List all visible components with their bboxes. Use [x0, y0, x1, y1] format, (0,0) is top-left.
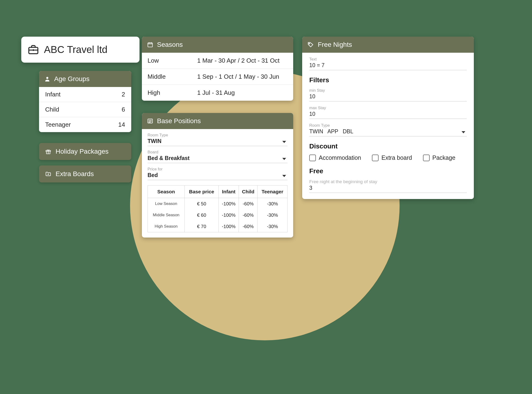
max-stay-field[interactable]: max Stay 10: [309, 106, 467, 119]
field-value: TWIN APP DBL: [309, 128, 467, 135]
season-name: Low: [147, 57, 197, 64]
field-label: Text: [309, 57, 467, 62]
age-label: Infant: [45, 91, 61, 98]
age-groups-title: Age Groups: [54, 75, 89, 83]
chevron-down-icon: [462, 131, 465, 133]
field-label: Room Type: [147, 133, 287, 138]
fn-room-type-select[interactable]: Room Type TWIN APP DBL: [309, 123, 467, 136]
cell-teen: -30%: [257, 209, 287, 221]
field-label: Price for: [147, 167, 287, 171]
chevron-down-icon: [282, 175, 286, 177]
holiday-packages-button[interactable]: Holiday Packages: [39, 143, 131, 160]
season-row-low: Low 1 Mar - 30 Apr / 2 Oct - 31 Oct: [142, 53, 293, 69]
gift-icon: [45, 148, 51, 155]
th-child: Child: [239, 186, 257, 198]
age-row-teenager: Teenager 14: [39, 117, 131, 132]
checkbox-package[interactable]: Package: [423, 154, 455, 161]
tag-icon: [307, 41, 314, 48]
table-row: Middle Season € 60 -100% -60% -30%: [148, 209, 287, 221]
th-base: Base price: [185, 186, 219, 198]
cell-child: -60%: [239, 198, 257, 210]
svg-rect-4: [148, 43, 152, 47]
briefcase-icon: [28, 44, 39, 55]
age-groups-panel: Age Groups Infant 2 Child 6 Teenager 14: [39, 71, 131, 132]
field-value: 10 = 7: [309, 62, 467, 68]
discount-checkboxes: Accommodation Extra board Package: [309, 154, 467, 161]
price-for-select[interactable]: Price for Bed: [147, 167, 287, 180]
cell-infant: -100%: [219, 198, 239, 210]
field-value: Bed & Breakfast: [147, 155, 287, 161]
cell-base: € 60: [185, 209, 219, 221]
field-value: 10: [309, 110, 467, 117]
field-value: 10: [309, 93, 467, 100]
calendar-icon: [147, 41, 153, 48]
table-row: Low Season € 50 -100% -60% -30%: [148, 198, 287, 210]
cell-child: -60%: [239, 209, 257, 221]
free-nights-title: Free Nights: [318, 41, 352, 48]
person-icon: [44, 76, 50, 82]
age-row-child: Child 6: [39, 102, 131, 117]
seasons-header: Seasons: [142, 37, 293, 53]
base-positions-title: Base Positions: [157, 117, 201, 125]
cell-teen: -30%: [257, 198, 287, 210]
cell-season: Low Season: [148, 198, 185, 210]
checkbox-extra-board[interactable]: Extra board: [372, 154, 412, 161]
checkbox-accommodation[interactable]: Accommodation: [309, 154, 361, 161]
field-label: max Stay: [309, 106, 467, 110]
button-label: Extra Boards: [56, 170, 94, 178]
age-label: Child: [45, 106, 59, 113]
season-name: High: [147, 89, 197, 96]
discount-title: Discount: [309, 143, 467, 150]
base-positions-panel: Base Positions Room Type TWIN Board Bed …: [142, 113, 293, 238]
board-select[interactable]: Board Bed & Breakfast: [147, 150, 287, 163]
free-night-field[interactable]: Free night at the beginning of stay 3: [309, 179, 467, 193]
field-value: 3: [309, 184, 467, 191]
company-card: ABC Travel ltd: [21, 37, 140, 63]
field-label: Board: [147, 150, 287, 155]
season-range: 1 Sep - 1 Oct / 1 May - 30 Jun: [197, 73, 279, 80]
cell-teen: -30%: [257, 221, 287, 232]
checkbox-box: [309, 155, 316, 161]
company-name: ABC Travel ltd: [44, 44, 107, 55]
field-label: Room Type: [309, 123, 467, 128]
season-range: 1 Jul - 31 Aug: [197, 89, 235, 96]
cell-base: € 50: [185, 198, 219, 210]
th-season: Season: [148, 186, 185, 198]
seasons-panel: Seasons Low 1 Mar - 30 Apr / 2 Oct - 31 …: [142, 37, 293, 101]
checkbox-label: Package: [433, 154, 455, 161]
chevron-down-icon: [282, 141, 286, 143]
extra-boards-button[interactable]: Extra Boards: [39, 166, 131, 182]
base-positions-header: Base Positions: [142, 113, 293, 129]
min-stay-field[interactable]: min Stay 10: [309, 88, 467, 101]
cell-season: Middle Season: [148, 209, 185, 221]
th-teen: Teenager: [257, 186, 287, 198]
checkbox-label: Accommodation: [319, 154, 361, 161]
th-infant: Infant: [219, 186, 239, 198]
age-row-infant: Infant 2: [39, 87, 131, 102]
cell-season: High Season: [148, 221, 185, 232]
seasons-title: Seasons: [157, 41, 183, 48]
field-label: min Stay: [309, 88, 467, 93]
checkbox-box: [423, 155, 430, 161]
chevron-down-icon: [282, 158, 286, 160]
age-value: 14: [118, 121, 125, 128]
checkbox-box: [372, 155, 379, 161]
folder-plus-icon: [45, 171, 51, 177]
filters-title: Filters: [309, 76, 467, 84]
cell-infant: -100%: [219, 209, 239, 221]
text-field[interactable]: Text 10 = 7: [309, 57, 467, 70]
season-range: 1 Mar - 30 Apr / 2 Oct - 31 Oct: [197, 57, 279, 64]
season-row-middle: Middle 1 Sep - 1 Oct / 1 May - 30 Jun: [142, 69, 293, 85]
table-row: High Season € 70 -100% -60% -30%: [148, 221, 287, 232]
checkbox-label: Extra board: [381, 154, 412, 161]
age-value: 6: [122, 106, 125, 113]
age-groups-header: Age Groups: [39, 71, 131, 87]
field-placeholder: Free night at the beginning of stay: [309, 179, 467, 184]
button-label: Holiday Packages: [56, 148, 109, 155]
cell-base: € 70: [185, 221, 219, 232]
room-type-select[interactable]: Room Type TWIN: [147, 133, 287, 146]
field-value: Bed: [147, 171, 287, 178]
free-nights-panel: Free Nights Text 10 = 7 Filters min Stay…: [302, 37, 474, 199]
cell-infant: -100%: [219, 221, 239, 232]
svg-point-6: [309, 43, 310, 44]
